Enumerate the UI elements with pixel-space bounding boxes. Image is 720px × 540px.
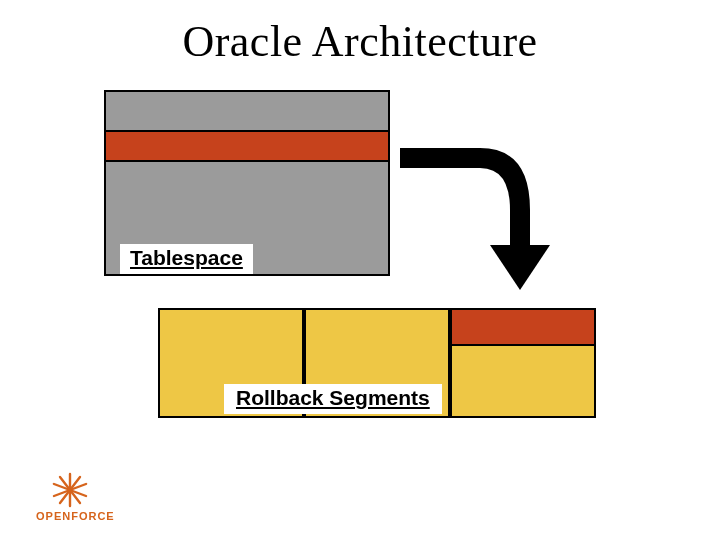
openforce-logo: OPENFORCE [36,468,138,526]
arrow-icon [380,110,600,310]
tablespace-label: Tablespace [120,244,253,274]
logo-text: OPENFORCE [36,510,115,522]
tablespace-red-bar [106,130,388,162]
rollback-label: Rollback Segments [224,384,442,414]
starburst-icon [52,472,88,508]
segment-red-bar [452,310,594,346]
slide-title: Oracle Architecture [0,16,720,67]
